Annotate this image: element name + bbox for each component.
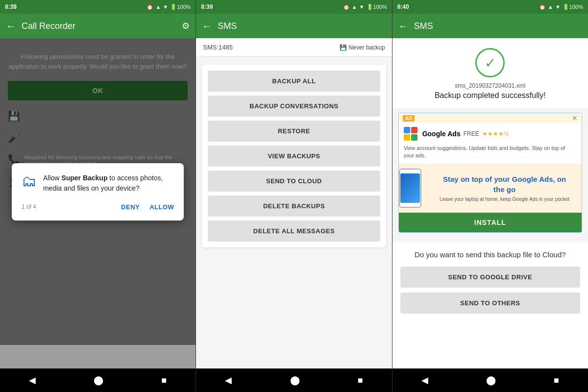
- panel2-content: SMS:1485 💾 Never backup BACKUP ALL BACKU…: [196, 38, 392, 368]
- backup-success-text: Backup completed successfully!: [435, 91, 546, 100]
- ad-phone-shape: [399, 169, 422, 208]
- ad-description: View account suggestions. Update bids an…: [399, 143, 582, 164]
- status-bar-2: 8:39 ⏰ ▲ ▼ 🔋100%: [196, 0, 392, 14]
- cloud-question: Do you want to send this backup file to …: [400, 250, 580, 259]
- dot-blue: [404, 127, 410, 133]
- status-icons-1: ⏰ ▲ ▼ 🔋100%: [147, 4, 191, 10]
- dialog-actions: Deny Allow: [121, 203, 174, 211]
- status-time-1: 8:39: [5, 3, 17, 10]
- wifi-icon: ▼: [163, 4, 168, 10]
- panel1-content: Following permissions must be granted in…: [0, 38, 196, 368]
- app-bar-3: ← SMS: [392, 14, 588, 38]
- dot-yellow: [404, 134, 410, 141]
- ad-image-area: Stay on top of your Google Ads, on the g…: [399, 164, 582, 213]
- back-button-2[interactable]: ←: [202, 21, 212, 32]
- ad-phone-screen: [400, 173, 420, 203]
- nav-back-3[interactable]: ◀: [421, 375, 428, 386]
- google-ads-logo: [404, 127, 417, 141]
- delete-all-messages-button[interactable]: DELETE ALL MESSAGES: [208, 220, 380, 242]
- dot-green: [411, 134, 417, 141]
- dialog-footer: 1 of 4 Deny Allow: [22, 203, 174, 211]
- permission-dialog: 🗂 Allow Super Backup to access photos, m…: [12, 163, 184, 220]
- never-backup: 💾 Never backup: [340, 44, 385, 51]
- back-button-3[interactable]: ←: [398, 21, 408, 32]
- success-section: ✓ sms_20190327204031.xml Backup complete…: [392, 38, 588, 108]
- dialog-overlay: 🗂 Allow Super Backup to access photos, m…: [0, 38, 196, 345]
- app-bar-1: ← Call Recorder ⚙: [0, 14, 196, 38]
- status-bar-1: 8:39 ⏰ ▲ ▼ 🔋100%: [0, 0, 196, 14]
- nav-square-2[interactable]: ■: [358, 375, 363, 386]
- backup-filename: sms_20190327204031.xml: [455, 82, 525, 89]
- ad-stars: ★★★★½: [482, 130, 509, 137]
- delete-backups-button[interactable]: DELETE BACKUPS: [208, 196, 380, 217]
- status-time-2: 8:39: [201, 3, 213, 10]
- nav-bar-1: ◀ ⬤ ■: [0, 368, 196, 392]
- nav-square-1[interactable]: ■: [161, 375, 167, 386]
- sms-sub-bar: SMS:1485 💾 Never backup: [196, 38, 392, 57]
- success-checkmark: ✓: [475, 48, 505, 77]
- allow-button[interactable]: Allow: [149, 203, 174, 211]
- signal-icon: ▲: [155, 4, 161, 10]
- panel-sms-menu: 8:39 ⏰ ▲ ▼ 🔋100% ← SMS SMS:1485 💾 Never …: [196, 0, 392, 392]
- app-title-2: SMS: [218, 21, 386, 31]
- deny-button[interactable]: Deny: [121, 203, 140, 211]
- panel-sms-success: 8:40 ⏰ ▲ ▼ 🔋100% ← SMS ✓ sms_20190327204…: [392, 0, 588, 392]
- dialog-text: Allow Super Backup to access photos, med…: [43, 173, 174, 194]
- signal-icon-2: ▲: [352, 4, 357, 10]
- ad-name: Google Ads: [422, 130, 461, 138]
- nav-home-2[interactable]: ⬤: [290, 375, 300, 386]
- nav-home-3[interactable]: ⬤: [486, 375, 496, 386]
- nav-back-1[interactable]: ◀: [29, 375, 36, 386]
- nav-bar-2: ◀ ⬤ ■: [196, 368, 392, 392]
- view-backups-button[interactable]: VIEW BACKUPS: [208, 146, 380, 167]
- alarm-icon-2: ⏰: [343, 4, 350, 10]
- back-button-1[interactable]: ←: [6, 21, 16, 32]
- send-google-drive-button[interactable]: SEND TO GOOGLE DRIVE: [400, 267, 580, 288]
- backup-conversations-button[interactable]: BACKUP CONVERSATIONS: [208, 96, 380, 117]
- battery-icon-3: 🔋100%: [563, 4, 583, 10]
- signal-icon-3: ▲: [548, 4, 553, 10]
- sms-menu-card: BACKUP ALL BACKUP CONVERSATIONS RESTORE …: [202, 65, 386, 247]
- nav-back-2[interactable]: ◀: [225, 375, 232, 386]
- ad-box: AD ✕ Google Ads FREE ★★★★½: [398, 113, 582, 233]
- status-bar-3: 8:40 ⏰ ▲ ▼ 🔋100%: [392, 0, 588, 14]
- ad-title-block: Google Ads FREE ★★★★½: [422, 130, 509, 138]
- status-icons-2: ⏰ ▲ ▼ 🔋100%: [343, 4, 387, 10]
- status-time-3: 8:40: [397, 3, 409, 10]
- sms-count: SMS:1485: [203, 44, 233, 51]
- settings-icon-1[interactable]: ⚙: [182, 21, 190, 31]
- app-title-3: SMS: [414, 21, 582, 31]
- ad-image-text-block: Stay on top of your Google Ads, on the g…: [427, 174, 582, 202]
- battery-icon: 🔋100%: [170, 4, 191, 10]
- app-title-1: Call Recorder: [22, 21, 176, 31]
- backup-all-button[interactable]: BACKUP ALL: [208, 71, 380, 92]
- install-button[interactable]: INSTALL: [399, 213, 582, 232]
- ad-free: FREE: [464, 130, 479, 137]
- ad-image-title: Stay on top of your Google Ads, on the g…: [427, 174, 582, 195]
- ad-close-icon[interactable]: ✕: [572, 114, 578, 122]
- nav-square-3[interactable]: ■: [554, 375, 559, 386]
- folder-icon: 🗂: [22, 173, 36, 190]
- dialog-body: 🗂 Allow Super Backup to access photos, m…: [22, 173, 174, 194]
- ad-badge: AD: [403, 115, 415, 122]
- wifi-icon-3: ▼: [555, 4, 561, 10]
- cloud-section: Do you want to send this backup file to …: [392, 243, 588, 368]
- alarm-icon: ⏰: [147, 4, 153, 10]
- ad-image-sub: Leave your laptop at home, keep Google A…: [427, 196, 582, 202]
- ad-label-bar: AD ✕: [399, 113, 582, 123]
- dialog-counter: 1 of 4: [22, 203, 36, 210]
- send-to-cloud-button[interactable]: SEND TO CLOUD: [208, 171, 380, 192]
- backup-icon: 💾: [340, 44, 347, 51]
- wifi-icon-2: ▼: [359, 4, 365, 10]
- ad-header: Google Ads FREE ★★★★½: [399, 123, 582, 143]
- battery-icon-2: 🔋100%: [367, 4, 387, 10]
- send-others-button[interactable]: SEND TO OTHERS: [400, 293, 580, 314]
- nav-bar-3: ◀ ⬤ ■: [392, 368, 588, 392]
- logo-dots: [404, 127, 417, 141]
- alarm-icon-3: ⏰: [539, 4, 546, 10]
- nav-home-1[interactable]: ⬤: [94, 375, 103, 386]
- never-backup-label: Never backup: [349, 44, 385, 51]
- restore-button[interactable]: RESTORE: [208, 121, 380, 142]
- panel3-content: ✓ sms_20190327204031.xml Backup complete…: [392, 38, 588, 368]
- app-bar-2: ← SMS: [196, 14, 392, 38]
